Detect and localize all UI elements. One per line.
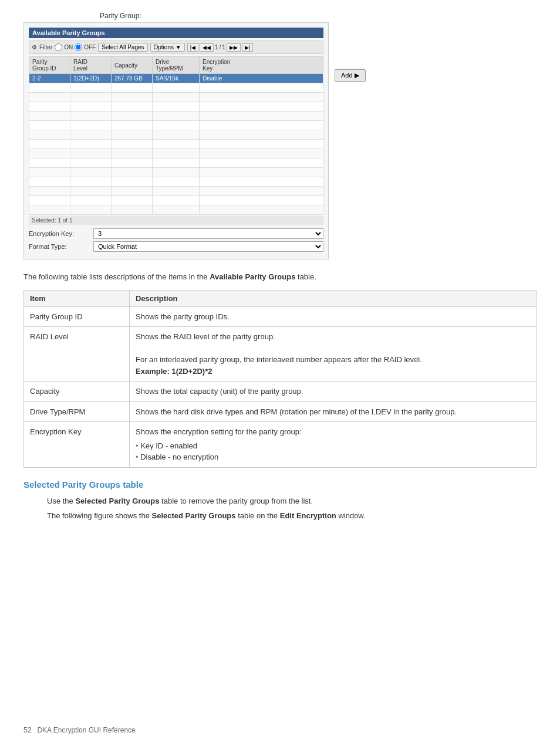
table-row[interactable] [29, 177, 323, 187]
col-raid-level: RAIDLevel [70, 57, 112, 74]
item-cell: Capacity [24, 382, 130, 402]
table-cell-id [29, 187, 70, 196]
items-table-row: Drive Type/RPMShows the hard disk drive … [24, 401, 537, 422]
para2-before: The following figure shows the [47, 511, 151, 520]
table-cell-id [29, 102, 70, 112]
table-cell-raid [70, 158, 112, 168]
table-cell-capacity [112, 177, 153, 187]
filter-on-label: ON [64, 44, 73, 50]
table-cell-capacity [112, 140, 153, 149]
col-item-header: Item [24, 290, 130, 306]
col-drive-type: DriveType/RPM [153, 57, 200, 74]
description-cell: Shows the hard disk drive types and RPM … [130, 401, 537, 422]
table-cell-drive [153, 177, 200, 187]
description-cell: Shows the total capacity (unit) of the p… [130, 382, 537, 402]
filter-on-radio[interactable] [55, 43, 62, 51]
table-cell-capacity: 267.78 GB [112, 74, 153, 83]
table-cell-raid [70, 130, 112, 140]
table-cell-encryption [200, 187, 323, 196]
table-cell-raid [70, 187, 112, 196]
table-cell-encryption [200, 93, 323, 102]
table-row[interactable] [29, 187, 323, 196]
table-row[interactable]: 2-21(2D+2D)267.78 GBSAS/15kDisable [29, 74, 323, 83]
filter-off-label: OFF [84, 44, 96, 50]
table-cell-drive [153, 196, 200, 205]
table-cell-encryption [200, 158, 323, 168]
table-row[interactable] [29, 168, 323, 177]
table-header-row: ParityGroup ID RAIDLevel Capacity DriveT… [29, 57, 323, 74]
table-cell-drive [153, 140, 200, 149]
format-type-select[interactable]: Quick Format [93, 241, 323, 252]
table-cell-id [29, 196, 70, 205]
first-page-button[interactable]: |◀ [187, 43, 198, 52]
select-all-pages-button[interactable]: Select All Pages [98, 43, 147, 52]
table-cell-encryption [200, 130, 323, 140]
encryption-key-label: Encryption Key: [29, 230, 93, 237]
filter-off-radio[interactable] [75, 43, 82, 51]
col-capacity: Capacity [112, 57, 153, 74]
prev-page-button[interactable]: ◀◀ [200, 43, 214, 52]
table-cell-raid [70, 168, 112, 177]
table-cell-encryption: Disable [200, 74, 323, 83]
item-cell: Drive Type/RPM [24, 401, 130, 422]
page-footer: 52 DKA Encryption GUI Reference [23, 726, 136, 734]
para1-bold: Selected Parity Groups [75, 497, 159, 505]
table-cell-raid [70, 196, 112, 205]
table-cell-encryption [200, 83, 323, 93]
section-para1: Use the Selected Parity Groups table to … [47, 495, 537, 507]
encryption-key-select[interactable]: 3 [93, 228, 323, 239]
section-heading: Selected Parity Groups table [23, 480, 537, 490]
table-row[interactable] [29, 140, 323, 149]
encryption-key-row: Encryption Key: 3 [29, 228, 323, 239]
table-row[interactable] [29, 93, 323, 102]
table-cell-id [29, 83, 70, 93]
table-cell-capacity [112, 205, 153, 215]
table-row[interactable] [29, 149, 323, 158]
table-row[interactable] [29, 205, 323, 215]
table-cell-raid [70, 205, 112, 215]
table-cell-id [29, 205, 70, 215]
table-cell-encryption [200, 149, 323, 158]
page-separator: / [220, 44, 221, 50]
description-paragraph: The following table lists descriptions o… [23, 271, 537, 283]
items-table-row: Encryption KeyShows the encryption setti… [24, 422, 537, 468]
col-encryption-key: EncryptionKey [200, 57, 323, 74]
table-cell-capacity [112, 93, 153, 102]
options-button[interactable]: Options ▼ [150, 43, 185, 52]
table-row[interactable] [29, 196, 323, 205]
panel-title-label: Parity Group: [100, 12, 537, 20]
table-cell-capacity [112, 112, 153, 121]
panel-header: Available Parity Groups [29, 28, 323, 38]
table-cell-id: 2-2 [29, 74, 70, 83]
table-row[interactable] [29, 121, 323, 130]
table-row[interactable] [29, 130, 323, 140]
items-table-row: Parity Group IDShows the parity group ID… [24, 306, 537, 327]
table-row[interactable] [29, 83, 323, 93]
table-cell-encryption [200, 205, 323, 215]
next-page-button[interactable]: ▶▶ [227, 43, 241, 52]
table-cell-id [29, 130, 70, 140]
table-cell-raid: 1(2D+2D) [70, 74, 112, 83]
table-cell-encryption [200, 177, 323, 187]
table-row[interactable] [29, 112, 323, 121]
table-cell-id [29, 149, 70, 158]
add-button[interactable]: Add ▶ [335, 69, 366, 82]
status-row: Selected: 1 of 1 [29, 216, 323, 225]
table-cell-capacity [112, 168, 153, 177]
format-type-label: Format Type: [29, 243, 93, 250]
table-cell-capacity [112, 102, 153, 112]
table-cell-capacity [112, 158, 153, 168]
table-cell-encryption [200, 168, 323, 177]
example-text: Example: 1(2D+2D)*2 [136, 367, 212, 376]
pagination: |◀ ◀◀ 1 / 1 ▶▶ ▶| [187, 43, 254, 52]
table-row[interactable] [29, 102, 323, 112]
table-row[interactable] [29, 158, 323, 168]
table-cell-id [29, 168, 70, 177]
last-page-button[interactable]: ▶| [242, 43, 253, 52]
table-cell-id [29, 121, 70, 130]
status-text: Selected: 1 of 1 [32, 217, 73, 224]
table-cell-drive [153, 130, 200, 140]
para2-bold1: Selected Parity Groups [151, 511, 235, 520]
filter-icon: ⚙ [32, 44, 37, 50]
col-description-header: Description [130, 290, 537, 306]
